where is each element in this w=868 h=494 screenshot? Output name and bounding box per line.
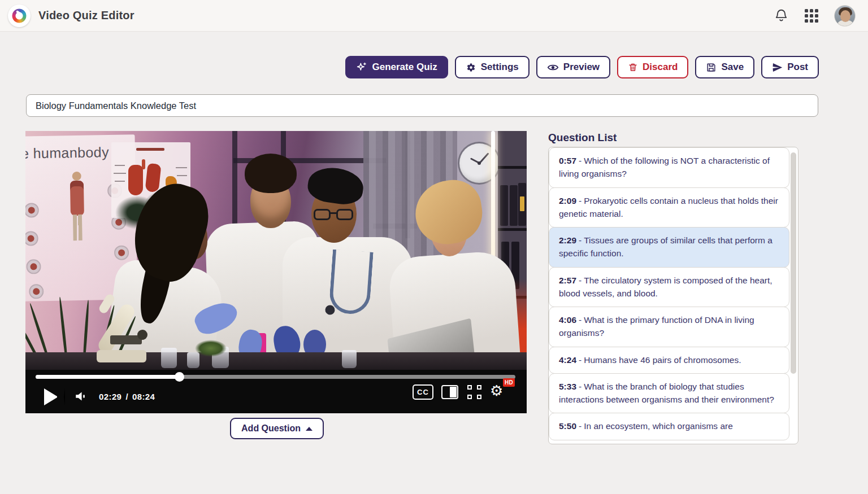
apps-grid-icon[interactable] bbox=[805, 9, 818, 23]
question-text: Which of the following is NOT a characte… bbox=[559, 156, 770, 178]
save-button[interactable]: Save bbox=[695, 56, 754, 78]
play-button[interactable] bbox=[44, 388, 65, 405]
user-avatar[interactable] bbox=[834, 5, 856, 27]
question-list-item[interactable]: 2:09-Prokaryotic cells contain a nucleus… bbox=[549, 187, 789, 228]
question-list-item[interactable]: 4:24-Humans have 46 pairs of chromosomes… bbox=[549, 347, 789, 374]
question-text: The circulatory system is composed of th… bbox=[559, 276, 772, 298]
question-list: 0:57-Which of the following is NOT a cha… bbox=[548, 147, 798, 444]
page-title: Video Quiz Editor bbox=[38, 9, 134, 22]
closed-captions-button[interactable]: CC bbox=[413, 384, 433, 400]
settings-button[interactable]: Settings bbox=[455, 56, 530, 78]
question-list-scrollbar bbox=[790, 148, 797, 443]
quality-settings-gear-icon[interactable]: ⚙ bbox=[490, 383, 503, 398]
floppy-disk-icon bbox=[706, 62, 717, 73]
volume-icon[interactable] bbox=[74, 389, 89, 405]
question-timestamp: 2:29 bbox=[559, 235, 576, 245]
question-timestamp: 0:57 bbox=[559, 156, 576, 165]
generate-quiz-button[interactable]: Generate Quiz bbox=[345, 56, 448, 78]
question-text: In an ecosystem, which organisms are bbox=[584, 421, 733, 431]
video-time-display: 02:29 / 08:24 bbox=[99, 392, 155, 401]
video-progress-fill bbox=[36, 375, 180, 379]
send-plane-icon bbox=[772, 62, 783, 73]
scrollbar-thumb[interactable] bbox=[791, 152, 796, 374]
time-separator: / bbox=[125, 392, 128, 401]
question-timestamp: 5:50 bbox=[559, 421, 576, 431]
question-text: Tissues are groups of similar cells that… bbox=[559, 235, 772, 258]
video-controls: 02:29 / 08:24 CC ⚙ HD bbox=[25, 370, 527, 413]
question-timestamp: 4:06 bbox=[559, 315, 576, 325]
discard-button[interactable]: Discard bbox=[617, 56, 688, 78]
question-list-item[interactable]: 2:29-Tissues are groups of similar cells… bbox=[549, 227, 789, 268]
current-time: 02:29 bbox=[99, 392, 121, 401]
question-list-item[interactable]: 4:06-What is the primary function of DNA… bbox=[549, 307, 789, 347]
question-list-item[interactable]: 0:57-Which of the following is NOT a cha… bbox=[549, 147, 789, 188]
add-question-button[interactable]: Add Question bbox=[230, 418, 324, 439]
question-text: What is the primary function of DNA in l… bbox=[559, 315, 754, 338]
fullscreen-button[interactable] bbox=[467, 385, 481, 399]
chevron-up-icon bbox=[306, 427, 313, 431]
question-list-title: Question List bbox=[548, 132, 617, 144]
question-list-item[interactable]: 5:50-In an ecosystem, which organisms ar… bbox=[549, 413, 789, 440]
video-frame-lab-scene: e humanbody bbox=[25, 131, 527, 370]
eye-icon bbox=[547, 62, 559, 73]
mini-player-button[interactable] bbox=[441, 385, 458, 399]
question-timestamp: 2:57 bbox=[559, 276, 576, 285]
trash-icon bbox=[628, 62, 638, 72]
question-list-items: 0:57-Which of the following is NOT a cha… bbox=[549, 147, 789, 440]
question-text: Humans have 46 pairs of chromosomes. bbox=[584, 355, 741, 365]
question-list-item[interactable]: 2:57-The circulatory system is composed … bbox=[549, 267, 789, 308]
quiz-title-input[interactable] bbox=[26, 94, 818, 117]
video-progress-thumb[interactable] bbox=[175, 372, 184, 382]
hd-badge: HD bbox=[503, 378, 515, 387]
question-timestamp: 4:24 bbox=[559, 355, 576, 365]
video-progress-bar[interactable] bbox=[36, 375, 515, 379]
preview-button[interactable]: Preview bbox=[536, 56, 610, 78]
top-bar: Video Quiz Editor bbox=[0, 0, 868, 32]
duration: 08:24 bbox=[132, 392, 155, 401]
question-timestamp: 5:33 bbox=[559, 382, 576, 391]
app-logo-icon bbox=[8, 5, 31, 27]
gear-icon bbox=[466, 62, 476, 73]
question-timestamp: 2:09 bbox=[559, 196, 576, 206]
question-text: Prokaryotic cells contain a nucleus that… bbox=[559, 196, 778, 218]
notifications-bell-icon[interactable] bbox=[774, 8, 789, 23]
question-list-item[interactable]: 5:33-What is the branch of biology that … bbox=[549, 373, 789, 414]
post-button[interactable]: Post bbox=[761, 56, 819, 78]
video-player[interactable]: e humanbody bbox=[25, 131, 527, 413]
action-toolbar: Generate Quiz Settings Preview Discard S… bbox=[345, 56, 819, 78]
question-text: What is the branch of biology that studi… bbox=[559, 382, 774, 404]
sparkle-icon bbox=[356, 62, 367, 73]
